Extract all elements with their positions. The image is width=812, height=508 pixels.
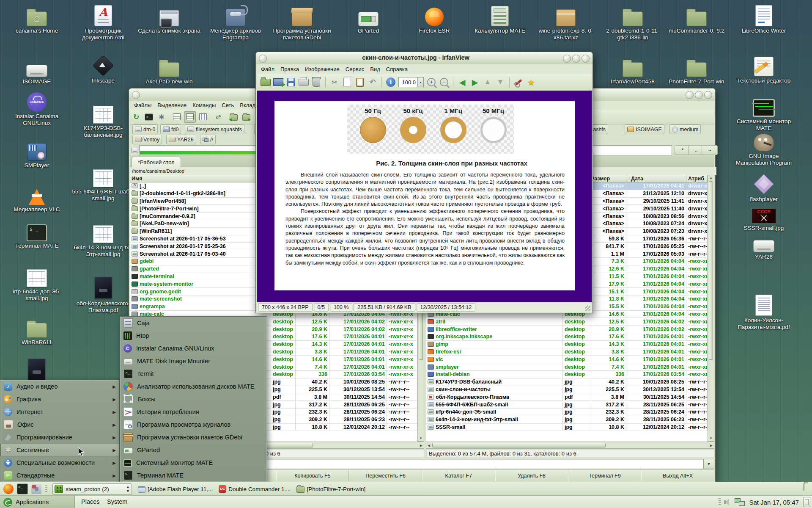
submenu-item-10[interactable]: GParted: [120, 444, 267, 456]
delete-button[interactable]: [310, 76, 322, 88]
desktop-folder-task-button[interactable]: [804, 483, 804, 491]
desktop-icon[interactable]: Системный монитор MATE: [732, 94, 796, 132]
desktop-icon[interactable]: 6к4п-14-3-ном-инд-txt-Этр-small.jpg: [71, 220, 135, 258]
submenu-item-1[interactable]: Htop: [120, 329, 267, 342]
show-desktop-button[interactable]: [803, 497, 810, 507]
menu-category-1[interactable]: Графика▶: [0, 393, 119, 406]
irfan-window-menu-button[interactable]: [259, 55, 267, 63]
desktop-icon[interactable]: Instalar Canaima GNU/Linux: [5, 89, 69, 127]
desktop-icon[interactable]: AkeLPaD-new-win: [137, 54, 201, 85]
submenu-item-12[interactable]: Терминал MATE: [120, 469, 267, 482]
menu-category-7[interactable]: Стандартные▶: [0, 469, 119, 482]
print-button[interactable]: [298, 76, 310, 88]
drive-button-medium[interactable]: medium: [669, 124, 701, 134]
desktop-icon[interactable]: Терминал MATE: [5, 218, 69, 249]
places-menu-button[interactable]: Places: [81, 498, 100, 505]
network-icon[interactable]: [735, 498, 745, 506]
desktop-icon[interactable]: PhotoFiltre-7-Port-win: [665, 54, 728, 85]
taskbar-window-2[interactable]: [PhotoFiltre-7-Port-win]: [296, 483, 365, 495]
fkey-button-7[interactable]: Каталог F7: [422, 470, 495, 481]
drive-button-ISOIMAGE[interactable]: ISOIMAGE: [625, 124, 664, 134]
dc-menu-2[interactable]: Команды: [192, 102, 216, 108]
applications-menu-button[interactable]: Applications: [0, 496, 75, 508]
copy-button[interactable]: [341, 76, 353, 88]
menu-category-6[interactable]: Специальные возможности▶: [0, 456, 119, 469]
zoom-in-button[interactable]: +: [425, 76, 437, 88]
desktop-icon[interactable]: Текстовый редактор: [732, 53, 796, 84]
column-header-Дата[interactable]: ↑Дата: [626, 175, 686, 182]
desktop-icon[interactable]: 555-6Ф4П-6ЖБП-шаб2-small.jpg: [71, 164, 135, 202]
submenu-item-8[interactable]: Программа просмотра журналов: [120, 418, 267, 431]
file-row[interactable]: обл-Кордылевского-Плазмаpdf3.8 M30/11/20…: [426, 393, 708, 401]
drive-button-fd0[interactable]: fd0: [160, 124, 181, 134]
slideshow-button[interactable]: [272, 76, 284, 88]
desktop-icon[interactable]: ISOIMAGE: [5, 54, 69, 85]
submenu-item-4[interactable]: Termit: [120, 367, 267, 380]
menu-category-2[interactable]: Интернет▶: [0, 406, 119, 418]
menu-category-4[interactable]: Программирование▶: [0, 431, 119, 444]
submenu-item-7[interactable]: История потребления: [120, 406, 267, 418]
desktop-icon[interactable]: GParted: [337, 3, 400, 34]
desktop-icon[interactable]: [5, 358, 69, 382]
desktop-icon[interactable]: обл-Кордылевского-Плазма.pdf: [71, 276, 135, 314]
file-row[interactable]: 555-6Ф4П-6ЖБП-шаб2-smalljpg317.2 K28/11/…: [426, 401, 708, 409]
dir-forward-button[interactable]: ▶: [241, 111, 252, 122]
column-header-Размер[interactable]: Размер: [589, 175, 626, 182]
dc-maximize-button[interactable]: [695, 91, 703, 99]
desktop-icon[interactable]: irfp-6n44c-доп-Э5-small.jpg: [5, 264, 69, 302]
desktop-icon[interactable]: Просмотрщик документов Atril: [71, 3, 135, 41]
first-image-button[interactable]: ▲: [482, 76, 494, 88]
drive-button-dm-0[interactable]: dm-0: [132, 124, 158, 134]
file-row[interactable]: org.inkscape.Inkscapedesktop17.6 K17/01/…: [426, 333, 708, 341]
menu-category-0[interactable]: Аудио и видео▶: [0, 380, 119, 393]
dc-menu-1[interactable]: Выделение: [157, 102, 187, 108]
fkey-button-6[interactable]: Переместить F6: [349, 470, 422, 481]
irfan-menu-0[interactable]: Файл: [261, 66, 274, 72]
desktop-icon[interactable]: IrfanViewPort458: [601, 54, 664, 85]
submenu-item-5[interactable]: Анализатор использования дисков MATE: [120, 380, 267, 393]
desktop-icon[interactable]: LibreOffice Writer: [732, 3, 796, 34]
desktop-icon[interactable]: Менеджер архивов Engrampa: [204, 3, 267, 41]
zoom-out-button[interactable]: −: [438, 76, 450, 88]
command-history-dropdown[interactable]: ▼: [703, 459, 714, 469]
volume-icon[interactable]: [724, 499, 731, 505]
cut-button[interactable]: ✂: [329, 76, 340, 88]
horizontal-scrollbar-right[interactable]: ◀▶: [426, 442, 714, 449]
last-image-button[interactable]: ▼: [494, 76, 506, 88]
menu-category-3[interactable]: Офис▶: [0, 418, 119, 431]
irfan-image-canvas[interactable]: 50 Гц50 кГц1 МГц50 МГц Рис. 2. Толщина с…: [257, 91, 592, 302]
submenu-item-2[interactable]: Instalar Canaima GNU/Linux: [120, 342, 267, 355]
view-full-button[interactable]: [184, 111, 196, 123]
irfan-menu-3[interactable]: Сервис: [346, 66, 365, 72]
desktop-icon[interactable]: Программа установки пакетов GDebi: [270, 3, 334, 41]
desktop-icon[interactable]: muCommander-0.-9.2: [665, 3, 728, 34]
desktop-icon[interactable]: SMPlayer: [5, 138, 69, 169]
drive-button-YAR26[interactable]: YAR26: [166, 135, 196, 144]
column-header-Атриб[interactable]: Атриб: [686, 175, 708, 182]
file-row[interactable]: К174УР3-DSB-балансныйjpg40.2 K10/01/2026…: [426, 378, 708, 386]
fkey-button-9[interactable]: Терминал F9: [568, 470, 642, 481]
desktop-icon[interactable]: WinRaR611: [5, 315, 69, 346]
drive-button-//[interactable]: //: [200, 135, 216, 144]
scroll-thumb[interactable]: [432, 443, 606, 447]
paste-button[interactable]: [354, 76, 366, 88]
file-row[interactable]: libreoffice-writerdesktop20.9 K17/01/202…: [426, 326, 708, 333]
dc-menu-3[interactable]: Сеть: [222, 102, 234, 108]
irfan-menu-5[interactable]: Справка: [386, 66, 408, 72]
dc-close-button[interactable]: [704, 91, 712, 99]
taskbar-window-0[interactable]: [Adobe Flash Player 11,...: [138, 483, 213, 495]
irfan-maximize-button[interactable]: [572, 55, 580, 63]
desktop-icon[interactable]: SSSR-small.jpg: [732, 201, 796, 232]
submenu-item-9[interactable]: Программа установки пакетов GDebi: [120, 431, 267, 444]
drive-button-Ventoy[interactable]: Ventoy: [132, 135, 162, 144]
file-row[interactable]: gimpdesktop14.3 K17/01/2026 04:01-rwxr-x…: [426, 341, 708, 348]
vertical-scrollbar-right[interactable]: ▲▼: [708, 175, 714, 442]
drive-button-filesystem.squashfs[interactable]: filesystem.squashfs: [185, 124, 244, 134]
tab-left[interactable]: *Рабочий стол: [132, 157, 181, 167]
steam-proton-window-group[interactable]: steam_proton (2) ▲▼: [52, 483, 132, 495]
scroll-thumb[interactable]: [709, 181, 713, 360]
file-row[interactable]: smplayerdesktop7.4 K17/01/2026 04:01-rwx…: [426, 363, 708, 371]
path-button-~[interactable]: ~: [702, 145, 718, 155]
column-header-Имя[interactable]: Имя: [130, 175, 271, 182]
previous-image-button[interactable]: ◀: [456, 76, 468, 88]
